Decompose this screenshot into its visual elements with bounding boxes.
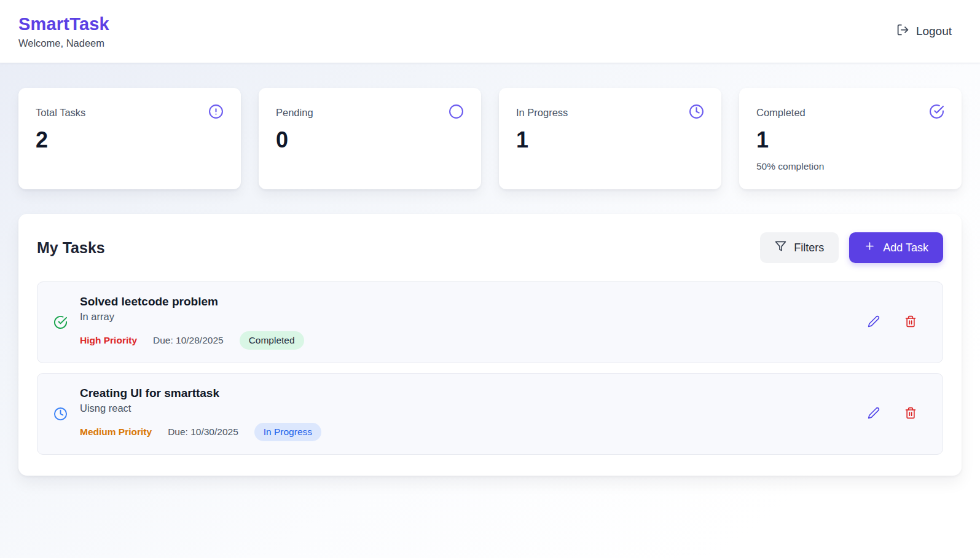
priority-label: Medium Priority [80, 426, 152, 438]
stat-card-pending: Pending 0 [259, 88, 481, 189]
check-circle-icon [929, 104, 944, 122]
add-task-label: Add Task [883, 242, 928, 254]
task-content: Solved leetcode problem In array High Pr… [80, 295, 854, 350]
due-date: Due: 10/30/2025 [168, 426, 238, 438]
app-title: SmartTask [18, 14, 109, 34]
completion-subtext: 50% completion [756, 161, 944, 172]
circle-icon [449, 104, 464, 122]
stat-value: 1 [516, 129, 704, 151]
task-row: Solved leetcode problem In array High Pr… [37, 281, 943, 363]
status-badge: Completed [240, 331, 304, 350]
pencil-icon [868, 315, 880, 329]
logout-label: Logout [916, 25, 952, 38]
stat-value: 0 [276, 129, 464, 151]
filters-label: Filters [794, 242, 824, 254]
task-meta: High Priority Due: 10/28/2025 Completed [80, 331, 854, 350]
task-title: Solved leetcode problem [80, 295, 854, 308]
trash-icon [904, 315, 917, 329]
tasks-panel-header: My Tasks Filters Add Task [37, 232, 943, 263]
clock-icon [689, 104, 704, 122]
task-actions [866, 314, 927, 331]
add-task-button[interactable]: Add Task [849, 232, 943, 263]
stat-value: 2 [36, 129, 224, 151]
stat-card-completed: Completed 1 50% completion [739, 88, 962, 189]
task-description: Uisng react [80, 403, 854, 414]
pencil-icon [868, 407, 880, 421]
alert-circle-icon [208, 104, 224, 122]
page-title: My Tasks [37, 239, 105, 257]
stat-label: Pending [276, 107, 313, 119]
panel-actions: Filters Add Task [760, 232, 943, 263]
filters-button[interactable]: Filters [760, 232, 839, 263]
task-row: Creating UI for smarttask Uisng react Me… [37, 373, 943, 455]
trash-icon [904, 407, 917, 421]
stat-value: 1 [756, 129, 944, 151]
app-header: SmartTask Welcome, Nadeem Logout [0, 0, 980, 63]
tasks-panel: My Tasks Filters Add Task Solved [18, 214, 962, 476]
edit-task-button[interactable] [866, 406, 881, 422]
task-list: Solved leetcode problem In array High Pr… [37, 281, 943, 455]
task-meta: Medium Priority Due: 10/30/2025 In Progr… [80, 423, 854, 441]
task-title: Creating UI for smarttask [80, 387, 854, 400]
task-description: In array [80, 311, 854, 323]
status-badge: In Progress [254, 423, 321, 441]
due-date: Due: 10/28/2025 [153, 335, 224, 346]
plus-icon [864, 240, 876, 255]
stat-label: Total Tasks [36, 107, 85, 119]
delete-task-button[interactable] [903, 406, 918, 422]
filter-funnel-icon [775, 240, 786, 255]
edit-task-button[interactable] [866, 314, 881, 331]
logout-icon [896, 23, 909, 39]
stat-label: In Progress [516, 107, 568, 119]
stat-card-in-progress: In Progress 1 [499, 88, 721, 189]
task-content: Creating UI for smarttask Uisng react Me… [80, 387, 854, 441]
stat-card-total-tasks: Total Tasks 2 [18, 88, 241, 189]
stat-label: Completed [756, 107, 806, 119]
stats-row: Total Tasks 2 Pending 0 In Progress 1 Co… [0, 88, 980, 189]
task-actions [866, 406, 927, 422]
clock-icon [53, 407, 68, 421]
logout-button[interactable]: Logout [896, 23, 952, 39]
welcome-text: Welcome, Nadeem [18, 37, 109, 49]
delete-task-button[interactable] [903, 314, 918, 331]
check-circle-icon [53, 315, 68, 329]
brand-block: SmartTask Welcome, Nadeem [18, 14, 109, 49]
priority-label: High Priority [80, 335, 137, 346]
